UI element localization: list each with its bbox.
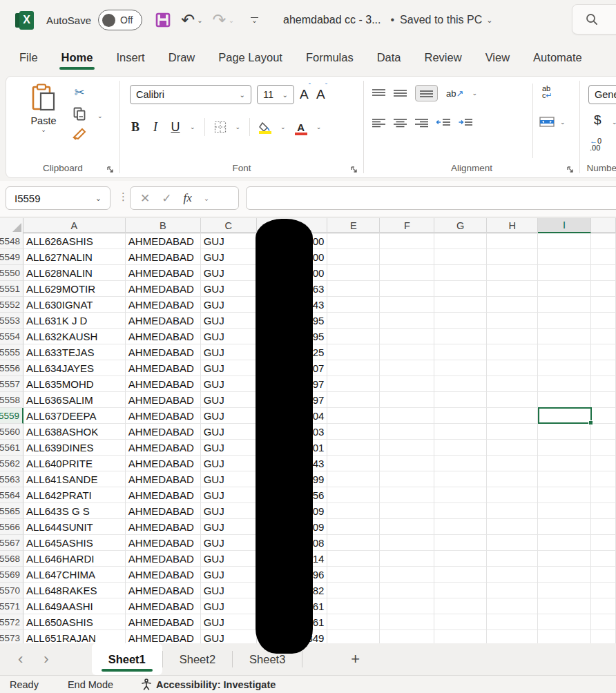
cell[interactable]: [434, 583, 487, 598]
cell[interactable]: [487, 535, 538, 551]
cell[interactable]: [487, 281, 538, 297]
currency-format-button[interactable]: $⌄: [594, 113, 601, 128]
cell[interactable]: ALL647CHIMA: [23, 567, 126, 583]
cell[interactable]: [538, 487, 591, 503]
cell[interactable]: [380, 360, 434, 376]
align-middle-button[interactable]: [394, 88, 407, 98]
sheet-tab-sheet2[interactable]: Sheet2: [163, 643, 232, 675]
cell[interactable]: [380, 503, 434, 519]
column-header-e[interactable]: E: [327, 218, 380, 233]
merge-center-button[interactable]: [539, 117, 555, 127]
cell[interactable]: AHMEDABAD: [126, 519, 201, 535]
cell[interactable]: [327, 551, 380, 567]
cell[interactable]: [434, 487, 487, 503]
tab-automate[interactable]: Automate: [533, 44, 582, 72]
cell[interactable]: [591, 487, 616, 503]
cell[interactable]: [487, 456, 538, 471]
cell[interactable]: [487, 598, 538, 614]
cell[interactable]: [538, 281, 591, 297]
cell[interactable]: [591, 424, 616, 440]
cell[interactable]: GUJ: [201, 329, 257, 344]
cell[interactable]: [380, 583, 434, 598]
cell[interactable]: [327, 376, 380, 392]
cut-button[interactable]: ✂: [74, 85, 84, 100]
cell[interactable]: ALL630IGNAT: [23, 297, 126, 313]
font-dialog-launcher[interactable]: [350, 166, 358, 173]
cell[interactable]: [538, 424, 591, 440]
cell[interactable]: AHMEDABAD: [126, 424, 201, 440]
cell[interactable]: [327, 440, 380, 456]
cell[interactable]: [380, 265, 434, 281]
cell[interactable]: AHMEDABAD: [126, 598, 201, 614]
cell[interactable]: [380, 598, 434, 614]
previous-sheet-button[interactable]: ‹: [18, 652, 23, 667]
select-all-corner[interactable]: [0, 218, 23, 233]
cell[interactable]: [591, 313, 616, 329]
cell[interactable]: [591, 551, 616, 567]
cell[interactable]: AHMEDABAD: [126, 583, 201, 598]
cell[interactable]: [434, 440, 487, 456]
column-header-a[interactable]: A: [23, 218, 126, 233]
cell[interactable]: [380, 614, 434, 630]
cell[interactable]: [434, 297, 487, 313]
cell[interactable]: ALL649AASHI: [23, 598, 126, 614]
cell[interactable]: [591, 344, 616, 360]
cell[interactable]: GUJ: [201, 297, 257, 313]
cell[interactable]: [538, 233, 591, 249]
cell[interactable]: [487, 503, 538, 519]
cell[interactable]: [538, 249, 591, 265]
fill-color-button[interactable]: [259, 122, 271, 132]
cell[interactable]: [380, 456, 434, 471]
cell[interactable]: ALL627NALIN: [23, 249, 126, 265]
column-header-i[interactable]: I: [538, 218, 591, 233]
cell[interactable]: GUJ: [201, 376, 257, 392]
tab-data[interactable]: Data: [377, 44, 401, 72]
borders-button[interactable]: [214, 121, 227, 133]
font-color-dropdown[interactable]: ⌄: [316, 124, 322, 130]
orientation-dropdown[interactable]: ⌄: [472, 90, 477, 97]
cell[interactable]: [434, 249, 487, 265]
cell[interactable]: [327, 392, 380, 408]
row-header-5550[interactable]: 5550: [0, 265, 23, 281]
row-header-5556[interactable]: 5556: [0, 360, 23, 376]
underline-button[interactable]: U: [170, 120, 181, 135]
tab-file[interactable]: File: [19, 44, 38, 72]
fill-color-dropdown[interactable]: ⌄: [280, 124, 286, 130]
cell[interactable]: [538, 313, 591, 329]
cell[interactable]: [327, 503, 380, 519]
tab-view[interactable]: View: [485, 44, 510, 72]
cancel-button[interactable]: ✕: [140, 191, 150, 206]
cell[interactable]: [591, 281, 616, 297]
row-header-5555[interactable]: 5555: [0, 344, 23, 360]
cell[interactable]: ALL651RAJAN: [23, 630, 126, 643]
cell[interactable]: [591, 233, 616, 249]
cell[interactable]: ALL641SANDE: [23, 471, 126, 487]
cell[interactable]: [434, 265, 487, 281]
cell[interactable]: [434, 360, 487, 376]
cell[interactable]: AHMEDABAD: [126, 487, 201, 503]
cell[interactable]: [487, 233, 538, 249]
cell[interactable]: [327, 249, 380, 265]
cell[interactable]: [434, 233, 487, 249]
sheet-tab-sheet1[interactable]: Sheet1: [92, 643, 162, 675]
align-bottom-button[interactable]: [415, 85, 438, 101]
cell[interactable]: AHMEDABAD: [126, 551, 201, 567]
cell[interactable]: AHMEDABAD: [126, 456, 201, 471]
cell[interactable]: [434, 281, 487, 297]
cell[interactable]: [327, 598, 380, 614]
row-header-5560[interactable]: 5560: [0, 424, 23, 440]
cell[interactable]: GUJ: [201, 344, 257, 360]
cell[interactable]: [327, 281, 380, 297]
cell[interactable]: [434, 503, 487, 519]
cell[interactable]: AHMEDABAD: [126, 440, 201, 456]
cell[interactable]: [380, 408, 434, 424]
cell[interactable]: [327, 360, 380, 376]
cell[interactable]: AHMEDABAD: [126, 471, 201, 487]
autosave-toggle[interactable]: Off: [98, 10, 142, 30]
cell[interactable]: ALL648RAKES: [23, 583, 126, 598]
cell[interactable]: [591, 583, 616, 598]
cell[interactable]: [591, 614, 616, 630]
cell[interactable]: [380, 567, 434, 583]
row-header-5568[interactable]: 5568: [0, 551, 23, 567]
cell[interactable]: [538, 583, 591, 598]
